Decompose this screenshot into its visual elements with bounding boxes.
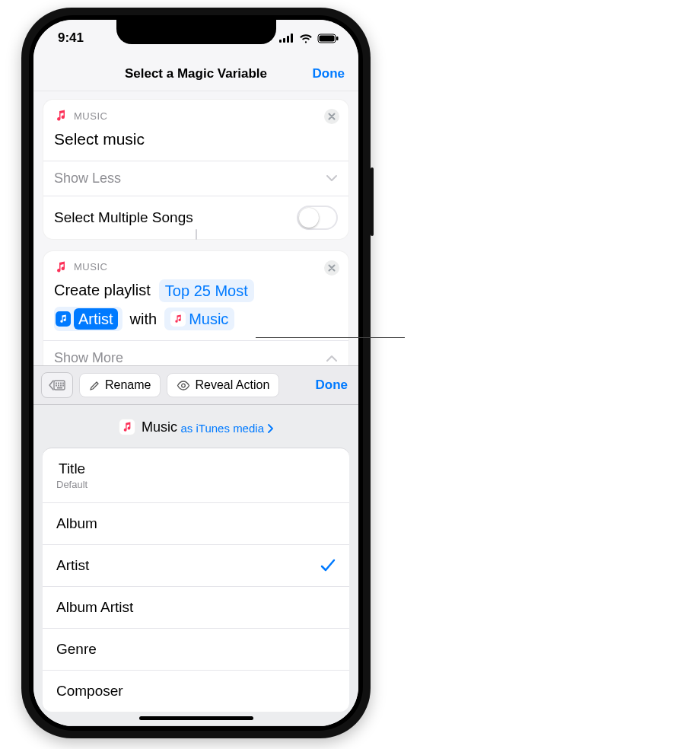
select-multiple-songs-label: Select Multiple Songs (54, 209, 193, 226)
show-less-label: Show Less (54, 171, 121, 186)
variable-as-type-button[interactable]: as iTunes media (180, 422, 273, 435)
variable-token-playlist-name[interactable]: Top 25 Most (159, 279, 254, 302)
svg-rect-10 (56, 383, 57, 384)
card-close-button[interactable] (323, 107, 341, 126)
music-icon (56, 311, 71, 327)
card-close-button[interactable] (323, 259, 341, 277)
callout-line (256, 337, 405, 338)
eye-icon (177, 381, 190, 390)
svg-rect-5 (320, 35, 335, 41)
status-right (279, 33, 339, 43)
accessory-toolbar: Rename Reveal Action Done (33, 365, 358, 405)
svg-rect-0 (279, 40, 282, 43)
property-row-album-artist[interactable]: Album Artist (43, 587, 349, 629)
nav-done-button[interactable]: Done (313, 66, 345, 81)
svg-rect-2 (287, 36, 289, 43)
phone-frame: 9:41 (21, 8, 371, 738)
svg-rect-14 (56, 385, 57, 387)
svg-rect-17 (62, 385, 64, 387)
create-playlist-prefix: Create playlist (54, 282, 151, 298)
rename-label: Rename (105, 378, 151, 392)
svg-rect-16 (60, 385, 62, 387)
music-icon (119, 419, 135, 435)
music-icon (54, 260, 68, 274)
wifi-icon (299, 33, 313, 43)
nav-title: Select a Magic Variable (125, 66, 267, 81)
svg-rect-18 (57, 387, 62, 389)
checkmark-icon (320, 559, 336, 572)
property-label: Artist (56, 557, 89, 574)
property-sublabel: Default (56, 479, 88, 490)
show-more-row[interactable]: Show More (43, 341, 348, 365)
card-header: MUSIC (43, 100, 348, 127)
status-time: 9:41 (58, 30, 84, 46)
accessory-done-button[interactable]: Done (313, 378, 352, 393)
rename-button[interactable]: Rename (79, 373, 161, 397)
property-label: Album Artist (56, 599, 133, 616)
svg-rect-11 (58, 383, 59, 384)
property-label: Title (59, 461, 85, 476)
property-label: Composer (56, 683, 123, 700)
with-word: with (130, 308, 158, 330)
property-row-genre[interactable]: Genre (43, 629, 349, 671)
select-multiple-songs-toggle[interactable] (297, 206, 338, 230)
card-category-label: MUSIC (74, 110, 107, 122)
card-title: Select music (43, 127, 348, 161)
variable-info-header: Music as iTunes media Title Default (33, 405, 358, 726)
token-label: Top 25 Most (165, 281, 248, 301)
phone-screen: 9:41 (33, 20, 358, 726)
home-indicator[interactable] (139, 716, 253, 720)
svg-point-19 (182, 384, 186, 387)
svg-rect-13 (62, 383, 64, 384)
show-more-label: Show More (54, 350, 123, 365)
property-row-artist[interactable]: Artist (43, 545, 349, 587)
svg-rect-15 (58, 385, 59, 387)
chevron-right-icon (267, 424, 273, 433)
variable-as-label: as iTunes media (180, 422, 264, 435)
action-card-select-music: MUSIC Select music Show Less (43, 99, 349, 240)
keyboard-back-button[interactable] (41, 372, 73, 398)
connector-line (196, 229, 197, 240)
reveal-action-label: Reveal Action (195, 378, 269, 392)
music-icon (170, 311, 186, 327)
token-label: Music (189, 309, 228, 329)
content-area: MUSIC Select music Show Less (33, 91, 358, 365)
notch (116, 20, 276, 44)
variable-token-artist[interactable]: Artist (54, 307, 123, 331)
svg-rect-3 (291, 33, 293, 43)
cellular-icon (279, 33, 294, 43)
pencil-icon (89, 380, 100, 391)
property-label: Genre (56, 641, 97, 658)
svg-rect-12 (60, 383, 62, 384)
variable-name-row: Music (119, 419, 177, 435)
variable-name-label: Music (142, 419, 177, 435)
card-category-label: MUSIC (74, 261, 107, 273)
nav-bar: Select a Magic Variable Done (33, 56, 358, 91)
variable-token-music[interactable]: Music (164, 308, 234, 330)
property-label: Album (56, 515, 97, 532)
show-less-row[interactable]: Show Less (43, 161, 348, 196)
toggle-knob (299, 208, 319, 228)
chevron-up-icon (326, 355, 338, 362)
card-body: Create playlist Top 25 Most (43, 279, 348, 341)
music-icon (54, 109, 68, 123)
property-row-title[interactable]: Title Default (43, 448, 349, 503)
svg-rect-1 (283, 38, 285, 43)
property-row-album[interactable]: Album (43, 503, 349, 545)
token-label: Artist (74, 308, 118, 330)
property-list: Title Default Album Artist Alb (43, 448, 349, 712)
property-row-composer[interactable]: Composer (43, 671, 349, 712)
chevron-down-icon (326, 174, 338, 182)
reveal-action-button[interactable]: Reveal Action (167, 373, 279, 397)
card-header: MUSIC (43, 251, 348, 279)
battery-icon (317, 33, 339, 43)
action-card-create-playlist: MUSIC Create playlist Top 25 Most (43, 250, 349, 366)
svg-rect-6 (336, 37, 339, 40)
